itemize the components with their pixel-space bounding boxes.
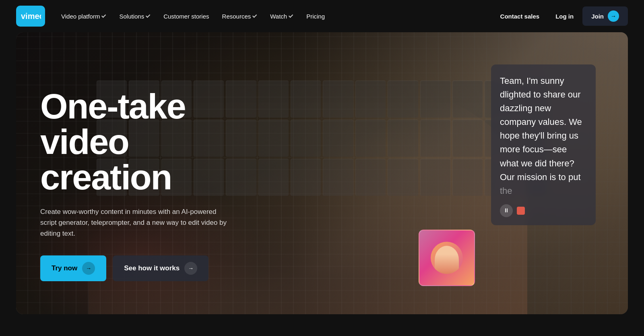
navigation: vimeo Video platform Solutions Customer … — [0, 0, 644, 32]
nav-item-resources[interactable]: Resources — [217, 9, 263, 24]
arrow-right-icon: → — [82, 262, 95, 275]
teleprompter-faded-text: the — [500, 186, 512, 196]
hero-subtitle: Create wow-worthy content in minutes wit… — [40, 206, 233, 239]
nav-item-customer-stories[interactable]: Customer stories — [158, 9, 215, 24]
vimeo-logo[interactable]: vimeo — [16, 6, 45, 27]
webcam-person — [431, 242, 463, 274]
nav-right: Contact sales Log in Join → — [493, 6, 628, 26]
contact-sales-button[interactable]: Contact sales — [493, 9, 547, 24]
hero-wrapper: One-take video creation Create wow-worth… — [0, 32, 644, 330]
nav-item-solutions[interactable]: Solutions — [114, 9, 156, 24]
webcam-thumbnail — [419, 230, 475, 286]
nav-item-video-platform[interactable]: Video platform — [56, 9, 112, 24]
teleprompter-stop-button[interactable] — [517, 207, 525, 215]
teleprompter-pause-button[interactable] — [500, 204, 513, 217]
login-button[interactable]: Log in — [548, 9, 581, 24]
chevron-down-icon — [146, 13, 150, 18]
see-how-it-works-button[interactable]: See how it works → — [113, 255, 208, 281]
teleprompter-text: Team, I'm sunny dlighted to share our da… — [500, 76, 582, 182]
chevron-down-icon — [101, 13, 106, 18]
arrow-right-icon: → — [184, 262, 197, 275]
nav-links: Video platform Solutions Customer storie… — [56, 9, 490, 24]
teleprompter-card: Team, I'm sunny dlighted to share our da… — [491, 64, 596, 225]
hero-title: One-take video creation — [40, 89, 266, 195]
nav-item-watch[interactable]: Watch — [264, 9, 299, 24]
hero-section: One-take video creation Create wow-worth… — [16, 32, 628, 314]
join-button[interactable]: Join → — [582, 6, 628, 26]
chevron-down-icon — [289, 13, 293, 18]
hero-actions: Try now → See how it works → — [40, 255, 266, 281]
try-now-button[interactable]: Try now → — [40, 255, 106, 281]
arrow-right-icon: → — [608, 10, 619, 22]
svg-text:vimeo: vimeo — [21, 12, 41, 21]
teleprompter-controls — [500, 204, 587, 217]
nav-item-pricing[interactable]: Pricing — [301, 9, 330, 24]
hero-content: One-take video creation Create wow-worth… — [16, 32, 290, 314]
chevron-down-icon — [252, 13, 257, 18]
